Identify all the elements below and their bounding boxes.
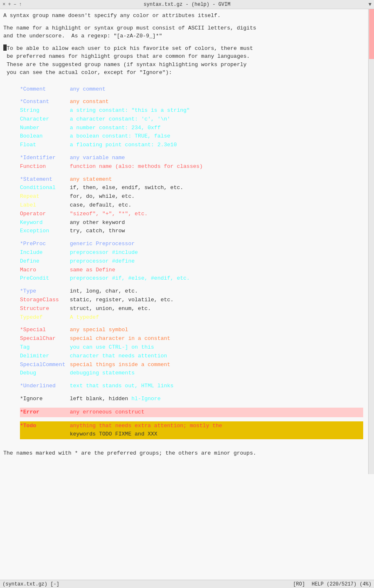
syntax-desc-identifier: any variable name	[70, 154, 125, 162]
syntax-desc-special: any special symbol	[70, 326, 128, 335]
syntax-row-delimiter: Delimiter character that needs attention	[20, 352, 363, 361]
syntax-name-ignore: *Ignore	[20, 395, 70, 403]
close-btn[interactable]: ×	[2, 2, 5, 7]
move-btn[interactable]: ↑	[19, 2, 22, 7]
syntax-desc-conditional: if, then, else, endif, switch, etc.	[70, 184, 183, 192]
syntax-name-boolean: Boolean	[20, 132, 70, 141]
syntax-row-error: *Error any erroneous construct	[20, 408, 363, 417]
syntax-row-todo-2: keywords TODO FIXME and XXX	[20, 430, 363, 439]
syntax-row-include: Include preprocessor #include	[20, 248, 363, 257]
syntax-desc-storageclass: static, register, volatile, etc.	[70, 296, 174, 305]
syntax-desc-repeat: for, do, while, etc.	[70, 192, 135, 201]
syntax-name-exception: Exception	[20, 227, 70, 236]
intro-paragraph-2: The name for a highlight or syntax group…	[3, 24, 363, 40]
syntax-row-todo-1: *Todo anything that needs extra attentio…	[20, 422, 363, 431]
syntax-row-preproc: *PreProc generic Preprocessor	[20, 240, 363, 248]
window-controls[interactable]: × + – ↑	[2, 2, 22, 7]
syntax-name-constant: *Constant	[20, 98, 70, 106]
syntax-name-string: String	[20, 106, 70, 115]
statusbar-ro: [RO]	[293, 581, 305, 587]
syntax-name-special: *Special	[20, 326, 70, 335]
syntax-row-character: Character a character constant: 'c', '\n…	[20, 115, 363, 124]
syntax-desc-preproc: generic Preprocessor	[70, 240, 135, 248]
syntax-row-type: *Type int, long, char, etc.	[20, 287, 363, 296]
syntax-name-identifier: *Identifier	[20, 154, 70, 162]
scrollbar-thumb[interactable]	[369, 9, 374, 59]
scrollbar[interactable]	[368, 9, 374, 474]
syntax-name-typedef: Typedef	[20, 313, 70, 322]
syntax-name-keyword: Keyword	[20, 219, 70, 227]
syntax-name-conditional: Conditional	[20, 184, 70, 192]
statusbar-filename: (syntax.txt.gz) [-]	[2, 581, 59, 587]
syntax-row-statement: *Statement any statement	[20, 175, 363, 184]
syntax-desc-precondit: preprocessor #if, #else, #endif, etc.	[70, 274, 190, 283]
syntax-desc-constant: any constant	[70, 98, 109, 106]
syntax-desc-structure: struct, union, enum, etc.	[70, 305, 151, 313]
syntax-desc-define: preprocessor #define	[70, 257, 135, 266]
syntax-desc-specialcomment: special things inside a comment	[70, 361, 170, 369]
syntax-name-float: Float	[20, 141, 70, 150]
syntax-row-storageclass: StorageClass static, register, volatile,…	[20, 296, 363, 305]
syntax-name-comment: *Comment	[20, 85, 70, 94]
syntax-name-preproc: *PreProc	[20, 240, 70, 248]
syntax-row-precondit: PreCondit preprocessor #if, #else, #endi…	[20, 274, 363, 283]
minimize-btn[interactable]: –	[13, 2, 16, 7]
menu-arrow[interactable]: ▼	[369, 2, 372, 7]
syntax-desc-todo-2: keywords TODO FIXME and XXX	[70, 430, 157, 439]
syntax-row-comment: *Comment any comment	[20, 85, 363, 94]
syntax-row-tag: Tag you can use CTRL-] on this	[20, 343, 363, 352]
syntax-desc-todo-1: anything that needs extra attention; mos…	[70, 422, 222, 431]
syntax-name-statement: *Statement	[20, 175, 70, 184]
syntax-row-debug: Debug debugging statements	[20, 369, 363, 378]
syntax-desc-underlined: text that stands out, HTML links	[70, 382, 174, 391]
syntax-name-delimiter: Delimiter	[20, 352, 70, 361]
statusbar-help: HELP (220/5217) (4%)	[312, 581, 372, 587]
statusbar: (syntax.txt.gz) [-] [RO] HELP (220/5217)…	[0, 580, 374, 588]
syntax-desc-exception: try, catch, throw	[70, 227, 125, 236]
hl-ignore-link: hl-Ignore	[131, 396, 160, 402]
intro-paragraph-3: To be able to allow each user to pick hi…	[3, 44, 363, 77]
syntax-desc-operator: "sizeof", "+", "*", etc.	[70, 210, 148, 219]
syntax-name-label: Label	[20, 201, 70, 210]
syntax-row-keyword: Keyword any other keyword	[20, 219, 363, 227]
window-title: syntax.txt.gz - (help) - GVIM	[144, 2, 231, 7]
syntax-desc-type: int, long, char, etc.	[70, 287, 138, 296]
syntax-name-operator: Operator	[20, 210, 70, 219]
syntax-row-function: Function function name (also: methods fo…	[20, 162, 363, 171]
syntax-name-define: Define	[20, 257, 70, 266]
syntax-row-boolean: Boolean a boolean constant: TRUE, false	[20, 132, 363, 141]
syntax-name-number: Number	[20, 124, 70, 133]
syntax-desc-keyword: any other keyword	[70, 219, 125, 227]
syntax-name-character: Character	[20, 115, 70, 124]
syntax-desc-function: function name (also: methods for classes…	[70, 162, 203, 171]
syntax-name-macro: Macro	[20, 266, 70, 275]
syntax-row-string: String a string constant: "this is a str…	[20, 106, 363, 115]
syntax-desc-include: preprocessor #include	[70, 248, 138, 257]
add-btn[interactable]: +	[8, 2, 11, 7]
syntax-row-exception: Exception try, catch, throw	[20, 227, 363, 236]
syntax-desc-ignore: left blank, hidden hl-Ignore	[70, 395, 160, 403]
syntax-desc-boolean: a boolean constant: TRUE, false	[70, 132, 170, 141]
syntax-name-specialchar: SpecialChar	[20, 335, 70, 343]
syntax-desc-debug: debugging statements	[70, 369, 135, 378]
syntax-groups-table: *Comment any comment *Constant any const…	[20, 81, 363, 440]
syntax-desc-string: a string constant: "this is a string"	[70, 106, 190, 115]
syntax-name-repeat: Repeat	[20, 192, 70, 201]
syntax-name-include: Include	[20, 248, 70, 257]
syntax-desc-macro: same as Define	[70, 266, 115, 275]
footer-paragraph: The names marked with * are the preferre…	[3, 449, 363, 458]
syntax-name-function: Function	[20, 162, 70, 171]
syntax-row-specialchar: SpecialChar special character in a const…	[20, 335, 363, 343]
syntax-name-error: *Error	[20, 408, 70, 417]
syntax-desc-specialchar: special character in a constant	[70, 335, 170, 343]
syntax-desc-tag: you can use CTRL-] on this	[70, 343, 154, 352]
syntax-desc-number: a number constant: 234, 0xff	[70, 124, 160, 133]
syntax-desc-comment: any comment	[70, 85, 106, 94]
syntax-row-float: Float a floating point constant: 2.3e10	[20, 141, 363, 150]
syntax-row-repeat: Repeat for, do, while, etc.	[20, 192, 363, 201]
syntax-row-specialcomment: SpecialComment special things inside a c…	[20, 361, 363, 369]
syntax-row-define: Define preprocessor #define	[20, 257, 363, 266]
titlebar: × + – ↑ syntax.txt.gz - (help) - GVIM ▼	[0, 0, 374, 9]
syntax-name-tag: Tag	[20, 343, 70, 352]
intro-paragraph-1: A syntax group name doesn't specify any …	[3, 12, 363, 20]
